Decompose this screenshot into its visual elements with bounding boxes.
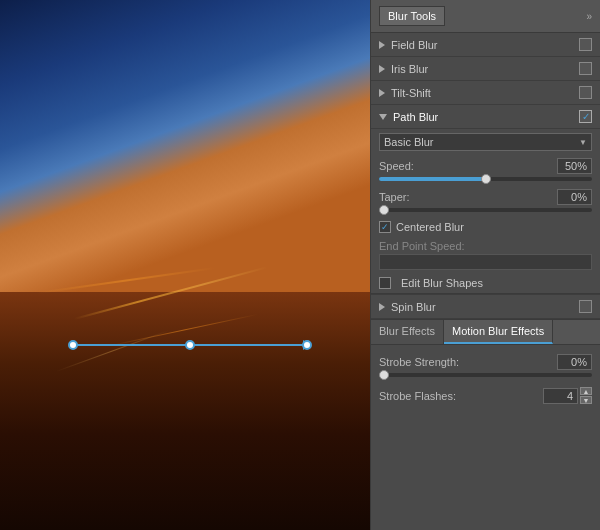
strobe-strength-value[interactable]: 0%	[557, 354, 592, 370]
taper-slider-track[interactable]	[379, 208, 592, 212]
strobe-strength-label: Strobe Strength:	[379, 356, 459, 368]
tilt-shift-checkbox[interactable]	[579, 86, 592, 99]
speed-slider-track[interactable]	[379, 177, 592, 181]
path-blur-line[interactable]	[65, 337, 315, 353]
path-blur-header[interactable]: Path Blur	[371, 105, 600, 129]
path-handle-mid[interactable]	[185, 340, 195, 350]
bottom-tabs: Blur Effects Motion Blur Effects	[371, 319, 600, 345]
basic-blur-dropdown-label: Basic Blur	[384, 136, 434, 148]
spin-blur-expand-icon	[379, 303, 385, 311]
endpoint-speed-label: End Point Speed:	[379, 240, 592, 252]
strobe-flashes-row: Strobe Flashes: 4 ▲ ▼	[371, 383, 600, 408]
strobe-flashes-spinners[interactable]: ▲ ▼	[580, 387, 592, 404]
centered-blur-checkbox[interactable]	[379, 221, 391, 233]
speed-value[interactable]: 50%	[557, 158, 592, 174]
iris-blur-expand-icon	[379, 65, 385, 73]
strobe-flashes-value: 4	[567, 390, 573, 402]
tilt-shift-label: Tilt-Shift	[391, 87, 579, 99]
speed-row: Speed: 50%	[371, 155, 600, 186]
ground-layer	[0, 292, 370, 531]
edit-blur-shapes-checkbox[interactable]	[379, 277, 391, 289]
basic-blur-dropdown[interactable]: Basic Blur ▼	[379, 133, 592, 151]
right-panel: Blur Tools » Field Blur Iris Blur Tilt-S…	[370, 0, 600, 530]
iris-blur-label: Iris Blur	[391, 63, 579, 75]
blur-tools-tab[interactable]: Blur Tools	[379, 6, 445, 26]
dropdown-arrow-icon: ▼	[579, 138, 587, 147]
tilt-shift-item[interactable]: Tilt-Shift	[371, 81, 600, 105]
strobe-strength-slider-track[interactable]	[379, 373, 592, 377]
centered-blur-row[interactable]: Centered Blur	[371, 217, 600, 237]
endpoint-speed-input[interactable]	[379, 254, 592, 270]
down-arrow-icon: ▼	[583, 397, 590, 404]
path-handle-end[interactable]	[302, 340, 312, 350]
strobe-strength-slider-thumb[interactable]	[379, 370, 389, 380]
spin-blur-label: Spin Blur	[391, 301, 579, 313]
effects-section: Strobe Strength: 0% Strobe Flashes: 4 ▲	[371, 345, 600, 413]
taper-row: Taper: 0%	[371, 186, 600, 217]
path-blur-label: Path Blur	[393, 111, 579, 123]
strobe-flashes-down-button[interactable]: ▼	[580, 396, 592, 404]
spin-blur-checkbox[interactable]	[579, 300, 592, 313]
field-blur-label: Field Blur	[391, 39, 579, 51]
field-blur-item[interactable]: Field Blur	[371, 33, 600, 57]
centered-blur-label: Centered Blur	[396, 221, 464, 233]
basic-blur-dropdown-row: Basic Blur ▼	[371, 129, 600, 155]
sky-layer	[0, 0, 370, 292]
field-blur-expand-icon	[379, 41, 385, 49]
panel-tabs: Blur Tools	[379, 6, 445, 26]
endpoint-speed-row: End Point Speed:	[371, 237, 600, 273]
edit-blur-shapes-row[interactable]: Edit Blur Shapes	[371, 273, 600, 293]
motion-blur-effects-tab[interactable]: Motion Blur Effects	[444, 320, 553, 344]
path-handle-start[interactable]	[68, 340, 78, 350]
tilt-shift-expand-icon	[379, 89, 385, 97]
up-arrow-icon: ▲	[583, 388, 590, 395]
path-blur-section: Path Blur Basic Blur ▼ Speed: 50% Tape	[371, 105, 600, 294]
taper-label: Taper:	[379, 191, 410, 203]
edit-blur-shapes-label: Edit Blur Shapes	[401, 277, 483, 289]
panel-expand-icon[interactable]: »	[586, 11, 592, 22]
speed-label: Speed:	[379, 160, 414, 172]
panel-header: Blur Tools »	[371, 0, 600, 33]
speed-slider-thumb[interactable]	[481, 174, 491, 184]
taper-value[interactable]: 0%	[557, 189, 592, 205]
taper-slider-thumb[interactable]	[379, 205, 389, 215]
strobe-strength-row: Strobe Strength: 0%	[371, 350, 600, 383]
strobe-flashes-input[interactable]: 4	[543, 388, 578, 404]
path-blur-checkbox[interactable]	[579, 110, 592, 123]
iris-blur-checkbox[interactable]	[579, 62, 592, 75]
canvas-area	[0, 0, 370, 530]
field-blur-checkbox[interactable]	[579, 38, 592, 51]
iris-blur-item[interactable]: Iris Blur	[371, 57, 600, 81]
strobe-flashes-label: Strobe Flashes:	[379, 390, 456, 402]
strobe-flashes-up-button[interactable]: ▲	[580, 387, 592, 395]
path-blur-expand-icon	[379, 114, 387, 120]
speed-slider-fill	[379, 177, 486, 181]
spin-blur-item[interactable]: Spin Blur	[371, 294, 600, 319]
blur-effects-tab[interactable]: Blur Effects	[371, 320, 444, 344]
